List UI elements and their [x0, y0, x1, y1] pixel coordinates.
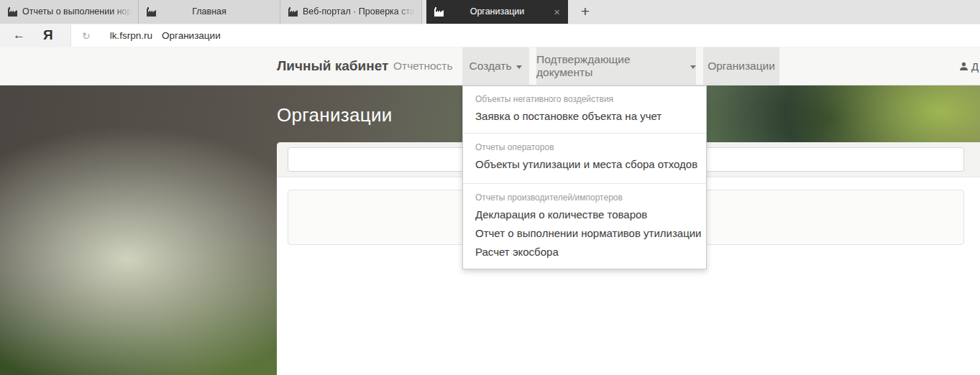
- menu-item-object-registration-request[interactable]: Заявка о постановке объекта на учет: [463, 107, 706, 126]
- factory-icon: [433, 6, 444, 17]
- menu-item-utilization-norms-report[interactable]: Отчет о выполнении нормативов утилизации: [463, 224, 706, 243]
- site-navbar: Личный кабинет Отчетность Создать Подтве…: [0, 47, 980, 85]
- factory-icon: [145, 6, 157, 17]
- page-content: Организации Объекты негативного воздейст…: [0, 85, 980, 375]
- refresh-icon[interactable]: ↻: [82, 30, 91, 42]
- menu-section-header: Объекты негативного воздействия: [463, 91, 706, 107]
- brand-title: Личный кабинет: [277, 47, 388, 85]
- address-domain: lk.fsrpn.ru: [110, 30, 152, 41]
- yandex-logo-icon[interactable]: Я: [43, 24, 53, 47]
- address-bar[interactable]: ↻ lk.fsrpn.ru Организации: [70, 24, 980, 47]
- menu-section-operator-reports: Отчеты операторов Объекты утилизации и м…: [463, 134, 706, 183]
- create-dropdown-menu: Объекты негативного воздействия Заявка о…: [462, 85, 707, 269]
- close-tab-icon[interactable]: ×: [554, 0, 560, 24]
- menu-section-header: Отчеты производителей/импортеров: [463, 190, 706, 205]
- tab-title: Отчеты о выполнении норм: [22, 0, 134, 24]
- user-name: Д: [971, 60, 979, 73]
- user-menu[interactable]: Д: [959, 47, 979, 85]
- menu-item-eco-fee-calculation[interactable]: Расчет экосбора: [463, 243, 706, 261]
- tab-webportal[interactable]: Веб-портал · Проверка ста: [280, 0, 422, 24]
- caret-down-icon: [690, 65, 696, 69]
- menu-section-producer-importer-reports: Отчеты производителей/импортеров Деклара…: [463, 184, 706, 269]
- user-icon: [959, 62, 968, 71]
- nav-item-organizations[interactable]: Организации: [703, 47, 779, 85]
- back-icon[interactable]: ←: [13, 24, 25, 47]
- new-tab-button[interactable]: +: [574, 0, 596, 24]
- factory-icon: [6, 6, 18, 17]
- address-page-title: Организации: [162, 30, 221, 41]
- tab-reports[interactable]: Отчеты о выполнении норм: [0, 0, 139, 24]
- browser-window: Отчеты о выполнении норм Главная Веб-пор…: [0, 0, 980, 375]
- menu-item-goods-quantity-declaration[interactable]: Декларация о количестве товаров: [463, 205, 706, 224]
- tab-home[interactable]: Главная: [139, 0, 280, 24]
- caret-down-icon: [516, 65, 522, 69]
- menu-item-utilization-objects[interactable]: Объекты утилизации и места сбора отходов: [463, 155, 706, 174]
- nav-item-label: Подтверждающие документы: [536, 53, 685, 79]
- factory-icon: [287, 6, 298, 17]
- nav-item-label: Создать: [470, 60, 512, 73]
- nav-item-confirming-documents[interactable]: Подтверждающие документы: [536, 47, 696, 85]
- tab-title: Организации: [447, 0, 548, 24]
- browser-toolbar: ← Я ↻ lk.fsrpn.ru Организации: [0, 24, 980, 47]
- tab-organizations-active[interactable]: Организации ×: [426, 0, 568, 24]
- nav-item-label: Организации: [707, 60, 775, 73]
- tab-title: Веб-портал · Проверка ста: [303, 0, 417, 24]
- tab-bar: Отчеты о выполнении норм Главная Веб-пор…: [0, 0, 980, 24]
- nav-item-create[interactable]: Создать: [462, 47, 529, 85]
- page-title: Организации: [277, 104, 393, 126]
- nav-item-reporting[interactable]: Отчетность: [393, 47, 453, 85]
- tab-title: Главная: [159, 0, 260, 24]
- menu-section-negative-impact: Объекты негативного воздействия Заявка о…: [463, 86, 706, 133]
- menu-section-header: Отчеты операторов: [463, 139, 706, 155]
